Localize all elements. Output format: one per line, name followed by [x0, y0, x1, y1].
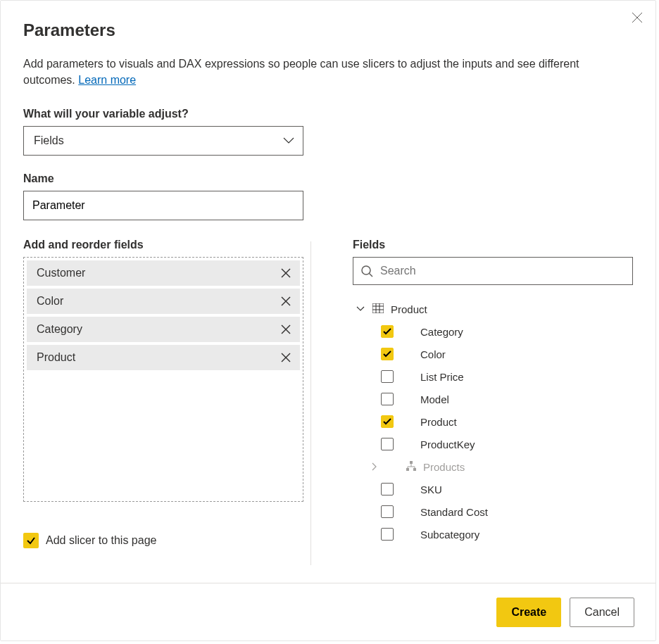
search-field-wrap[interactable]	[353, 257, 633, 285]
field-checkbox[interactable]	[381, 370, 394, 383]
field-checkbox[interactable]	[381, 348, 394, 360]
check-icon	[26, 536, 36, 545]
chevron-down-icon	[283, 134, 294, 147]
reorder-item[interactable]: Category	[27, 317, 300, 342]
field-row[interactable]: ProductKey	[353, 433, 627, 455]
svg-rect-17	[410, 461, 413, 464]
remove-item-button[interactable]	[279, 294, 293, 308]
table-icon	[372, 303, 384, 315]
close-icon	[281, 353, 291, 362]
table-label: Product	[391, 303, 427, 315]
field-row[interactable]: Color	[353, 343, 627, 365]
reorder-item[interactable]: Customer	[27, 260, 300, 286]
field-label: Category	[420, 326, 463, 338]
field-checkbox[interactable]	[381, 415, 394, 428]
add-slicer-checkbox[interactable]	[23, 533, 39, 548]
field-label: Standard Cost	[420, 506, 488, 518]
field-row[interactable]: List Price	[353, 365, 627, 388]
name-input[interactable]	[23, 191, 303, 220]
field-label: Model	[420, 393, 449, 405]
close-icon	[632, 12, 643, 23]
variable-adjust-select[interactable]: Fields	[23, 126, 303, 156]
field-label: Subcategory	[420, 529, 479, 541]
reorder-column: Add and reorder fields Customer Color Ca…	[23, 239, 303, 551]
fields-label: Fields	[353, 239, 633, 251]
field-label: List Price	[420, 371, 464, 383]
field-checkbox[interactable]	[381, 505, 394, 518]
reorder-item[interactable]: Product	[27, 345, 300, 370]
fields-column: Fields Product Category	[353, 239, 633, 551]
svg-point-10	[362, 266, 370, 274]
field-label: Color	[420, 348, 446, 360]
parameters-dialog: Parameters Add parameters to visuals and…	[0, 0, 656, 641]
field-label: SKU	[420, 484, 442, 495]
name-label: Name	[23, 172, 633, 185]
close-icon	[281, 268, 291, 278]
reorder-item-label: Product	[37, 351, 75, 364]
reorder-item-label: Color	[37, 295, 63, 308]
reorder-item-label: Category	[37, 323, 82, 336]
reorder-dropzone[interactable]: Customer Color Category Product	[23, 257, 303, 502]
dialog-footer: Create Cancel	[1, 583, 655, 640]
learn-more-link[interactable]: Learn more	[78, 74, 136, 86]
reorder-label: Add and reorder fields	[23, 239, 303, 251]
field-checkbox[interactable]	[381, 528, 394, 541]
chevron-down-icon	[356, 304, 365, 314]
remove-item-button[interactable]	[279, 266, 293, 280]
close-icon	[281, 296, 291, 306]
variable-adjust-label: What will your variable adjust?	[23, 108, 633, 120]
field-row[interactable]: Product	[353, 410, 627, 433]
table-icon	[372, 551, 384, 552]
check-icon	[383, 351, 391, 358]
reorder-item[interactable]: Color	[27, 289, 300, 314]
field-row[interactable]: Standard Cost	[353, 500, 627, 523]
reorder-item-label: Customer	[37, 267, 85, 279]
search-icon	[360, 265, 373, 277]
svg-rect-19	[413, 468, 416, 471]
close-icon	[281, 324, 291, 334]
svg-rect-12	[372, 303, 384, 313]
fields-tree[interactable]: Product Category Color	[353, 298, 633, 551]
svg-rect-24	[372, 551, 384, 552]
table-node-reseller[interactable]: Reseller	[353, 545, 627, 551]
svg-line-11	[370, 274, 373, 277]
field-label: ProductKey	[420, 438, 475, 450]
field-label: Products	[423, 461, 465, 473]
vertical-separator	[310, 241, 311, 565]
chevron-right-icon	[370, 462, 379, 472]
dialog-description: Add parameters to visuals and DAX expres…	[23, 56, 633, 88]
close-button[interactable]	[630, 11, 644, 25]
hierarchy-icon	[406, 461, 416, 473]
cancel-button[interactable]: Cancel	[570, 598, 634, 627]
field-checkbox[interactable]	[381, 393, 394, 405]
select-value: Fields	[34, 134, 64, 147]
field-row[interactable]: Subcategory	[353, 523, 627, 545]
search-input[interactable]	[379, 264, 625, 278]
field-checkbox[interactable]	[381, 483, 394, 495]
field-row[interactable]: Model	[353, 388, 627, 410]
table-label: Reseller	[391, 551, 429, 552]
check-icon	[383, 418, 391, 425]
svg-rect-18	[406, 468, 409, 471]
field-label: Product	[420, 416, 457, 428]
field-checkbox[interactable]	[381, 325, 394, 338]
remove-item-button[interactable]	[279, 351, 293, 365]
field-row[interactable]: Category	[353, 320, 627, 343]
add-slicer-row[interactable]: Add slicer to this page	[23, 533, 303, 548]
create-button[interactable]: Create	[496, 598, 561, 627]
field-row[interactable]: SKU	[353, 478, 627, 500]
add-slicer-label: Add slicer to this page	[46, 534, 156, 547]
check-icon	[383, 328, 391, 335]
remove-item-button[interactable]	[279, 322, 293, 336]
field-checkbox[interactable]	[381, 438, 394, 450]
table-node-product[interactable]: Product	[353, 298, 627, 320]
hierarchy-row[interactable]: Products	[353, 455, 627, 478]
dialog-title: Parameters	[23, 20, 633, 40]
